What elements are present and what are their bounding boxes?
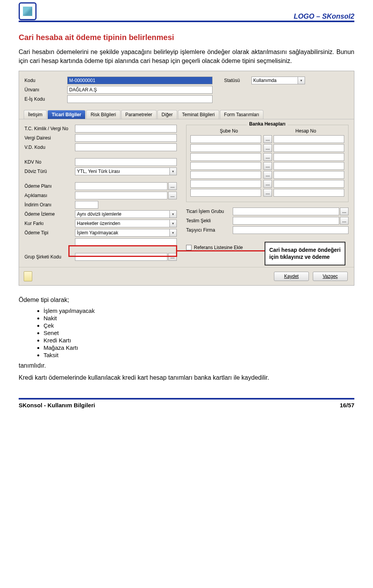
tabs-row: İletişim Ticari Bilgiler Risk Bilgileri …: [19, 107, 354, 119]
tab-form-tasarim[interactable]: Form Tasarımları: [220, 110, 263, 119]
chevron-down-icon[interactable]: ▾: [170, 220, 177, 227]
lookup-button[interactable]: …: [263, 153, 272, 161]
label-vdairesi: Vergi Dairesi: [24, 135, 75, 141]
input-sube-6[interactable]: [190, 180, 261, 188]
checkbox-referans[interactable]: [186, 245, 192, 250]
lookup-button[interactable]: …: [168, 182, 177, 190]
input-teslimsekli[interactable]: [233, 217, 339, 225]
input-sube-5[interactable]: [190, 171, 261, 179]
input-sube-4[interactable]: [190, 162, 261, 170]
tab-parametreler[interactable]: Parametreler: [121, 110, 157, 119]
input-hesap-7[interactable]: [274, 189, 344, 197]
list-item: Nakit: [44, 315, 354, 321]
input-tasiyici[interactable]: [233, 226, 349, 234]
label-odemeplani: Ödeme Planı: [24, 183, 75, 189]
lookup-button[interactable]: …: [263, 144, 272, 152]
label-teslimsekli: Teslim Şekli: [186, 218, 233, 223]
label-kodu: Kodu: [24, 78, 67, 83]
label-grupsirket: Grup Şirketi Kodu: [24, 254, 75, 260]
label-vdkodu: V.D. Kodu: [24, 145, 75, 150]
input-aciklamasi[interactable]: [75, 192, 167, 199]
input-odemeplani[interactable]: [75, 182, 167, 190]
select-doviz[interactable]: YTL, Yeni Türk Lirası: [75, 168, 170, 175]
col-sube: Şube No: [190, 128, 267, 134]
label-odemetipi: Ödeme Tipi: [24, 230, 75, 236]
tab-ticari-bilgiler[interactable]: Ticari Bilgiler: [47, 110, 85, 119]
input-eiskodu[interactable]: [67, 95, 213, 103]
chevron-down-icon[interactable]: ▾: [170, 229, 177, 237]
chevron-down-icon[interactable]: ▾: [298, 77, 305, 84]
vazgec-button[interactable]: Vazgeç: [313, 272, 348, 281]
chevron-down-icon[interactable]: ▾: [170, 210, 177, 218]
select-odemeizleme[interactable]: Aynı dövizli işlemlerle: [75, 210, 170, 218]
input-unvani[interactable]: DAĞLAR A.Ş: [67, 86, 213, 94]
note-icon[interactable]: [24, 271, 32, 281]
input-kodu[interactable]: M-00000001: [67, 77, 213, 84]
input-tcvergi[interactable]: [75, 125, 177, 133]
lookup-button[interactable]: …: [263, 135, 272, 143]
label-indorani: İndirim Oranı: [24, 202, 75, 208]
list-item: Taksit: [44, 352, 354, 358]
input-hesap-4[interactable]: [274, 162, 344, 170]
label-ticariislem: Ticari İşlem Grubu: [186, 209, 233, 214]
kaydet-button[interactable]: Kaydet: [274, 272, 309, 281]
lookup-button[interactable]: …: [263, 189, 272, 197]
label-tasiyici: Taşıyıcı Firma: [186, 227, 233, 233]
list-item: Senet: [44, 330, 354, 336]
lookup-button[interactable]: …: [168, 192, 177, 199]
input-vdairesi[interactable]: [75, 134, 177, 142]
body-outro: tanımlıdır.: [19, 362, 354, 369]
app-window: Kodu M-00000001 Ünvanı DAĞLAR A.Ş E-İş K…: [19, 71, 354, 286]
input-hesap-5[interactable]: [274, 171, 344, 179]
lookup-button[interactable]: …: [263, 171, 272, 179]
tab-iletisim[interactable]: İletişim: [24, 110, 47, 119]
chevron-down-icon[interactable]: ▾: [170, 168, 177, 175]
body-intro: Ödeme tipi olarak;: [19, 297, 354, 304]
label-doviz: Döviz Türü: [24, 169, 75, 174]
lookup-button[interactable]: …: [340, 217, 349, 225]
input-grupsirket[interactable]: [75, 253, 167, 261]
lookup-button[interactable]: …: [168, 253, 177, 261]
label-odemeizleme: Ödeme İzleme: [24, 211, 75, 217]
select-odemetipi[interactable]: İşlem Yapılmayacak: [75, 229, 170, 237]
label-kurfarki: Kur Farkı: [24, 221, 75, 226]
select-statusu[interactable]: Kullanımda: [251, 77, 298, 84]
list-item: Çek: [44, 322, 354, 329]
input-indorani[interactable]: [75, 201, 98, 209]
input-kdvno[interactable]: [75, 158, 177, 166]
input-hesap-2[interactable]: [274, 144, 344, 152]
tab-teminat[interactable]: Teminat Bilgileri: [178, 110, 219, 119]
input-sube-1[interactable]: [190, 135, 261, 143]
lookup-button[interactable]: …: [263, 180, 272, 188]
footer-left: SKonsol - Kullanım Bilgileri: [19, 402, 95, 408]
odeme-tipi-list: İşlem yapılmayacak Nakit Çek Senet Kredi…: [44, 307, 354, 358]
input-hesap-6[interactable]: [274, 180, 344, 188]
label-aciklamasi: Açıklaması: [24, 193, 75, 198]
label-unvani: Ünvanı: [24, 87, 67, 92]
group-title: Banka Hesapları: [247, 121, 288, 127]
body-final: Kredi kartı ödemelerinde kullanılacak kr…: [19, 373, 354, 382]
label-tcvergi: T.C. Kimlik / Vergi No: [24, 126, 75, 131]
label-kdvno: KDV No: [24, 159, 75, 165]
tab-risk[interactable]: Risk Bilgileri: [86, 110, 120, 119]
label-statusu: Statüsü: [224, 78, 251, 83]
lookup-button[interactable]: …: [263, 162, 272, 170]
lookup-button[interactable]: …: [340, 208, 349, 215]
input-sube-2[interactable]: [190, 144, 261, 152]
input-blank[interactable]: [75, 238, 177, 246]
annotation-callout: Cari hesap ödeme öndeğeri için tıklayını…: [265, 242, 345, 266]
input-ticariislem[interactable]: [233, 208, 339, 215]
input-vdkodu[interactable]: [75, 143, 177, 151]
input-sube-7[interactable]: [190, 189, 261, 197]
footer-right: 16/57: [340, 402, 354, 408]
input-hesap-3[interactable]: [274, 153, 344, 161]
header-product: LOGO – SKonsol2: [294, 2, 354, 21]
list-item: İşlem yapılmayacak: [44, 307, 354, 314]
section-title: Cari hesaba ait ödeme tipinin belirlenme…: [19, 33, 354, 42]
input-hesap-1[interactable]: [274, 135, 344, 143]
label-referans: Referans Listesine Ekle: [194, 245, 243, 250]
select-kurfarki[interactable]: Hareketler üzerinden: [75, 220, 170, 227]
input-sube-3[interactable]: [190, 153, 261, 161]
tab-diger[interactable]: Diğer: [157, 110, 177, 119]
list-item: Kredi Kartı: [44, 337, 354, 344]
